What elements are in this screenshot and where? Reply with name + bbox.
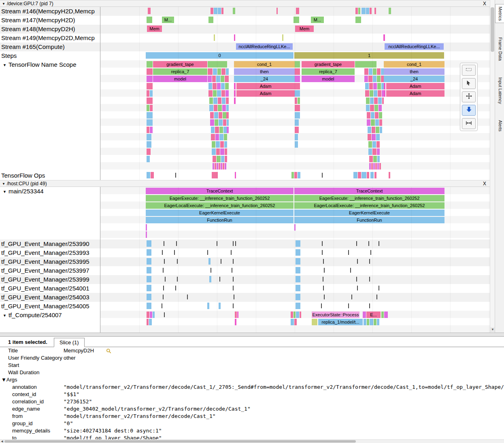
trace-slice[interactable] [355,8,358,14]
trace-slice[interactable] [276,8,278,14]
trace-slice[interactable] [300,312,301,318]
trace-slice[interactable] [389,8,391,14]
trace-slice[interactable] [295,83,300,89]
trace-slice[interactable] [150,127,153,133]
trace-slice[interactable] [235,172,236,178]
trace-slice[interactable] [358,172,361,178]
trace-slice[interactable] [146,231,147,238]
trace-slice[interactable] [211,134,215,140]
trace-slice[interactable] [147,98,153,104]
trace-slice[interactable] [153,312,155,318]
pan-tool[interactable] [462,91,476,102]
trace-slice[interactable] [375,119,379,126]
trace-slice[interactable] [358,8,360,14]
scrollbar-thumb[interactable] [491,7,494,52]
trace-slice[interactable] [295,61,300,68]
trace-slice[interactable] [212,172,218,178]
trace-slice[interactable]: Adam [236,83,295,89]
trace-slice[interactable] [147,141,151,148]
trace-slice[interactable] [384,83,385,89]
trace-slice[interactable] [221,68,225,75]
trace-slice[interactable] [147,172,150,178]
trace-slice[interactable] [372,134,376,140]
side-tab-metrics[interactable]: Metrics [495,4,504,23]
vertical-scrollbar[interactable]: ▼ [490,0,495,333]
trace-slice[interactable] [373,156,377,162]
trace-slice[interactable] [366,105,370,111]
trace-slice[interactable] [296,258,300,265]
trace-slice[interactable]: 0 [146,52,293,59]
trace-tick[interactable] [175,286,176,290]
trace-tick[interactable] [356,277,357,282]
trace-slice[interactable] [371,119,375,126]
trace-slice[interactable] [147,134,151,140]
trace-slice[interactable] [221,90,225,97]
trace-slice[interactable] [224,141,227,148]
trace-slice[interactable] [375,163,377,170]
trace-slice[interactable] [150,90,153,97]
trace-slice[interactable] [371,112,374,119]
trace-tick[interactable] [163,286,164,290]
trace-slice[interactable]: then [234,68,295,75]
trace-slice[interactable] [147,112,153,119]
trace-slice[interactable] [235,319,236,325]
trace-tick[interactable] [187,295,188,299]
trace-slice[interactable] [381,76,384,82]
trace-slice[interactable] [223,112,226,119]
trace-slice[interactable] [379,119,382,126]
trace-slice[interactable] [147,127,149,133]
trace-slice[interactable] [282,34,283,41]
trace-tick[interactable] [175,173,176,178]
trace-slice[interactable] [368,148,372,155]
trace-slice[interactable] [147,312,149,318]
trace-slice[interactable] [367,319,369,325]
side-tab-alerts[interactable]: Alerts [495,118,504,134]
trace-tick[interactable] [233,303,234,308]
trace-slice[interactable] [370,8,372,14]
trace-slice[interactable] [223,163,224,170]
trace-slice[interactable] [146,224,147,231]
trace-slice[interactable]: ncclAllReduceRingLLKe... [236,43,293,50]
trace-tick[interactable] [348,303,349,308]
trace-slice[interactable] [209,105,213,111]
trace-tick[interactable] [219,277,220,282]
trace-slice[interactable] [380,127,382,133]
trace-slice[interactable] [370,98,374,104]
trace-slice[interactable] [147,148,151,155]
trace-slice[interactable] [295,127,299,133]
trace-slice[interactable] [368,127,371,133]
trace-slice[interactable] [147,258,151,265]
trace-slice[interactable] [296,294,300,300]
tab-slice[interactable]: Slice (1) [54,338,85,347]
trace-slice[interactable] [208,90,213,97]
trace-slice[interactable]: replica_7 [302,68,355,75]
trace-slice[interactable] [366,98,370,104]
trace-slice[interactable]: model [153,76,207,82]
trace-slice[interactable]: FunctionRun [146,217,293,223]
trace-slice[interactable] [211,8,213,14]
trace-slice[interactable] [370,105,374,111]
trace-slice[interactable] [223,127,227,133]
trace-slice[interactable] [221,8,223,14]
trace-slice[interactable] [216,141,220,148]
collapse-icon[interactable]: ▼ [3,190,6,194]
trace-slice[interactable] [225,90,229,97]
trace-slice[interactable] [221,163,222,170]
trace-slice[interactable] [365,90,369,97]
trace-slice[interactable] [147,240,151,247]
trace-slice[interactable]: EagerExecute: __inference_train_function… [146,195,293,201]
trace-slice[interactable]: _24 [384,76,444,82]
trace-slice[interactable] [379,105,382,111]
track-label[interactable]: ▼tf_Compute/254007 [0,311,100,333]
trace-slice[interactable] [374,172,376,178]
trace-slice[interactable] [298,172,300,178]
trace-slice[interactable] [210,112,214,119]
trace-slice[interactable] [379,163,381,170]
trace-slice[interactable]: TraceContext [294,188,444,194]
trace-slice[interactable] [207,303,209,309]
side-tab-input-latency[interactable]: Input Latency [495,75,504,106]
magnifier-icon[interactable] [106,348,111,354]
trace-slice[interactable] [218,98,221,104]
trace-tick[interactable] [164,259,165,264]
trace-tick[interactable] [351,295,352,299]
